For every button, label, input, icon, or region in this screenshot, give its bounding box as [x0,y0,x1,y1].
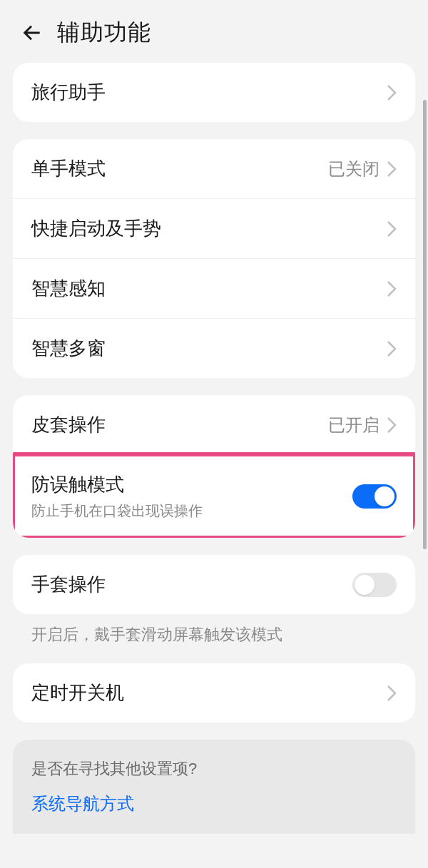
row-label: 智慧感知 [31,276,106,301]
row-scheduled-power[interactable]: 定时开关机 [13,663,415,723]
row-flip-cover[interactable]: 皮套操作 已开启 [13,395,415,454]
row-label: 单手模式 [31,156,106,181]
row-label: 皮套操作 [31,412,106,437]
toggle-mistouch[interactable] [352,484,397,509]
chevron-right-icon [387,685,397,702]
row-mistouch-prevention[interactable]: 防误触模式 防止手机在口袋出现误操作 [13,454,415,538]
chevron-right-icon [387,417,397,434]
section-description: 开启后，戴手套滑动屏幕触发该模式 [13,620,415,663]
group-card: 旅行助手 [13,63,415,122]
footer-card: 是否在寻找其他设置项? 系统导航方式 [13,740,415,834]
chevron-right-icon [387,340,397,357]
group-card: 皮套操作 已开启 防误触模式 防止手机在口袋出现误操作 [13,395,415,538]
row-travel-assistant[interactable]: 旅行助手 [13,63,415,122]
row-one-hand-mode[interactable]: 单手模式 已关闭 [13,139,415,198]
chevron-right-icon [387,160,397,178]
row-label: 防误触模式 [31,472,203,497]
footer-question: 是否在寻找其他设置项? [31,758,397,780]
chevron-right-icon [387,220,397,238]
row-smart-sensing[interactable]: 智慧感知 [13,258,415,318]
row-description: 防止手机在口袋出现误操作 [31,501,203,521]
row-label: 智慧多窗 [31,336,106,361]
row-label: 手套操作 [31,572,106,597]
row-glove-mode[interactable]: 手套操作 [13,555,415,614]
row-label: 快捷启动及手势 [31,216,161,241]
row-value: 已开启 [328,414,379,436]
row-shortcut-gestures[interactable]: 快捷启动及手势 [13,198,415,258]
group-card: 单手模式 已关闭 快捷启动及手势 智慧感知 智慧多窗 [13,139,415,378]
row-label: 定时开关机 [31,680,124,705]
page-title: 辅助功能 [57,17,151,48]
footer-link-system-navigation[interactable]: 系统导航方式 [31,792,397,815]
toggle-glove[interactable] [352,573,397,597]
group-card: 定时开关机 [13,663,415,723]
row-label: 旅行助手 [31,80,106,105]
row-multi-window[interactable]: 智慧多窗 [13,318,415,378]
scrollbar-indicator [423,100,427,549]
chevron-right-icon [387,280,397,297]
row-value: 已关闭 [328,158,379,180]
chevron-right-icon [387,84,397,101]
back-icon[interactable] [20,21,43,44]
group-card: 手套操作 [13,555,415,614]
